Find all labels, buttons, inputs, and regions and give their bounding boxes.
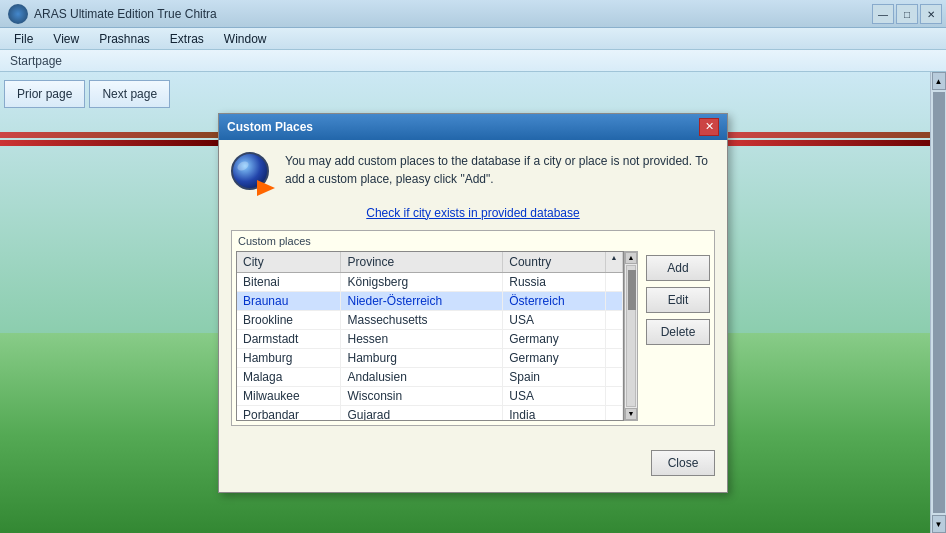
col-header-province: Province xyxy=(341,252,503,273)
menu-prashnas[interactable]: Prashnas xyxy=(89,30,160,48)
cell-country: USA xyxy=(503,310,606,329)
cell-country: Germany xyxy=(503,329,606,348)
edit-button[interactable]: Edit xyxy=(646,287,710,313)
arrow-right-icon xyxy=(257,180,275,196)
info-text: You may add custom places to the databas… xyxy=(285,152,715,188)
title-bar: ARAS Ultimate Edition True Chitra — □ ✕ xyxy=(0,0,946,28)
app-logo xyxy=(8,4,28,24)
custom-places-dialog: Custom Places ✕ You may add custom place… xyxy=(218,113,728,493)
cell-city: Bitenai xyxy=(237,272,341,291)
startpage-label: Startpage xyxy=(4,54,68,68)
cell-city: Brookline xyxy=(237,310,341,329)
col-header-country: Country xyxy=(503,252,606,273)
v-scroll-down-arrow[interactable]: ▼ xyxy=(625,408,637,420)
table-container: City Province Country ▲ xyxy=(236,251,710,421)
menu-extras[interactable]: Extras xyxy=(160,30,214,48)
cell-province: Nieder-Österreich xyxy=(341,291,503,310)
dialog-footer: Close xyxy=(219,450,727,488)
table-row[interactable]: DarmstadtHessenGermany xyxy=(237,329,623,348)
add-button[interactable]: Add xyxy=(646,255,710,281)
cell-scroll-placeholder xyxy=(606,291,623,310)
cell-country: India xyxy=(503,405,606,421)
cell-scroll-placeholder xyxy=(606,329,623,348)
vertical-scrollbar[interactable]: ▲ ▼ xyxy=(624,251,638,421)
cell-scroll-placeholder xyxy=(606,272,623,291)
dialog-overlay: Custom Places ✕ You may add custom place… xyxy=(0,72,946,533)
table-row[interactable]: PorbandarGujaradIndia xyxy=(237,405,623,421)
table-row[interactable]: BitenaiKönigsbergRussia xyxy=(237,272,623,291)
cell-province: Hessen xyxy=(341,329,503,348)
close-button[interactable]: Close xyxy=(651,450,715,476)
places-table: City Province Country ▲ xyxy=(237,252,623,421)
v-scroll-thumb xyxy=(628,270,636,310)
v-scroll-up-arrow[interactable]: ▲ xyxy=(625,252,637,264)
main-area: Prior page Next page ▲ ▼ Custom Places ✕ xyxy=(0,72,946,533)
dialog-body: You may add custom places to the databas… xyxy=(219,140,727,450)
toolbar: Startpage xyxy=(0,50,946,72)
table-row[interactable]: MilwaukeeWisconsinUSA xyxy=(237,386,623,405)
cell-scroll-placeholder xyxy=(606,386,623,405)
maximize-button[interactable]: □ xyxy=(896,4,918,24)
cell-country: Spain xyxy=(503,367,606,386)
cell-country: USA xyxy=(503,386,606,405)
menu-bar: File View Prashnas Extras Window xyxy=(0,28,946,50)
cell-scroll-placeholder xyxy=(606,367,623,386)
cell-province: Andalusien xyxy=(341,367,503,386)
custom-places-group: Custom places City Province Country xyxy=(231,230,715,426)
places-table-wrapper[interactable]: City Province Country ▲ xyxy=(236,251,624,421)
dialog-title-bar: Custom Places ✕ xyxy=(219,114,727,140)
cell-city: Milwaukee xyxy=(237,386,341,405)
cell-scroll-placeholder xyxy=(606,405,623,421)
cell-province: Gujarad xyxy=(341,405,503,421)
dialog-close-x-button[interactable]: ✕ xyxy=(699,118,719,136)
table-scroll-up[interactable]: ▲ xyxy=(608,254,620,262)
window-controls: — □ ✕ xyxy=(872,4,942,24)
cell-country: Germany xyxy=(503,348,606,367)
table-row[interactable]: HamburgHamburgGermany xyxy=(237,348,623,367)
cell-province: Massechusetts xyxy=(341,310,503,329)
menu-file[interactable]: File xyxy=(4,30,43,48)
col-header-city: City xyxy=(237,252,341,273)
cell-province: Hamburg xyxy=(341,348,503,367)
cell-scroll-placeholder xyxy=(606,348,623,367)
table-row[interactable]: BraunauNieder-ÖsterreichÖsterreich xyxy=(237,291,623,310)
table-row[interactable]: MalagaAndalusienSpain xyxy=(237,367,623,386)
col-header-scroll: ▲ xyxy=(606,252,623,273)
delete-button[interactable]: Delete xyxy=(646,319,710,345)
cell-province: Königsberg xyxy=(341,272,503,291)
action-buttons: Add Edit Delete xyxy=(646,251,710,421)
cell-city: Hamburg xyxy=(237,348,341,367)
menu-window[interactable]: Window xyxy=(214,30,277,48)
dialog-title: Custom Places xyxy=(227,120,313,134)
info-icon-container xyxy=(231,152,273,194)
arrow-overlay xyxy=(257,180,277,196)
check-city-link[interactable]: Check if city exists in provided databas… xyxy=(231,206,715,220)
table-row[interactable]: BrooklineMassechusettsUSA xyxy=(237,310,623,329)
v-scroll-track xyxy=(626,265,636,407)
menu-view[interactable]: View xyxy=(43,30,89,48)
cell-province: Wisconsin xyxy=(341,386,503,405)
cell-city: Braunau xyxy=(237,291,341,310)
cell-country: Russia xyxy=(503,272,606,291)
cell-city: Porbandar xyxy=(237,405,341,421)
minimize-button[interactable]: — xyxy=(872,4,894,24)
cell-country: Österreich xyxy=(503,291,606,310)
group-legend: Custom places xyxy=(236,235,710,247)
info-section: You may add custom places to the databas… xyxy=(231,152,715,194)
app-title: ARAS Ultimate Edition True Chitra xyxy=(34,7,217,21)
cell-city: Darmstadt xyxy=(237,329,341,348)
app-close-button[interactable]: ✕ xyxy=(920,4,942,24)
cell-scroll-placeholder xyxy=(606,310,623,329)
cell-city: Malaga xyxy=(237,367,341,386)
